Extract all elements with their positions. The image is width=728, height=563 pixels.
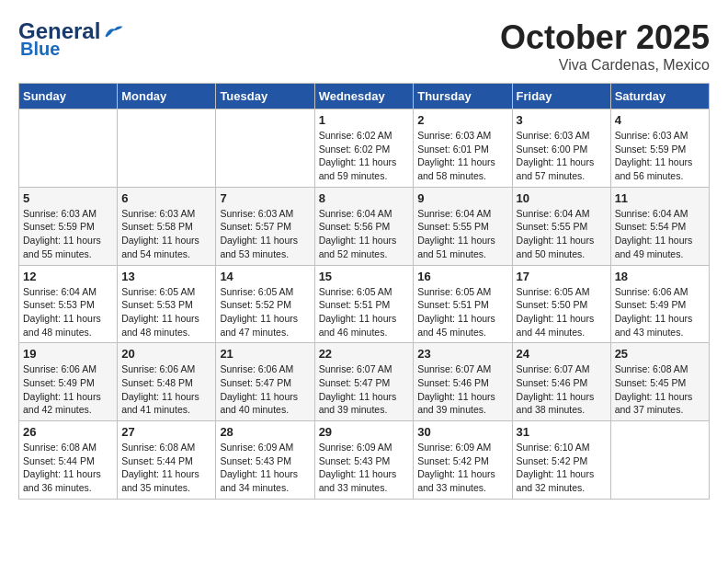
calendar-cell: 14Sunrise: 6:05 AMSunset: 5:52 PMDayligh… (216, 265, 314, 343)
header-cell-sunday: Sunday (19, 84, 118, 109)
day-number: 25 (615, 347, 705, 361)
calendar-cell: 25Sunrise: 6:08 AMSunset: 5:45 PMDayligh… (610, 343, 709, 421)
day-number: 1 (319, 113, 410, 127)
day-info: Sunrise: 6:04 AMSunset: 5:54 PMDaylight:… (615, 207, 705, 261)
day-info: Sunrise: 6:08 AMSunset: 5:45 PMDaylight:… (615, 362, 705, 417)
month-title: October 2025 (500, 18, 710, 57)
day-number: 15 (319, 270, 410, 283)
calendar-cell (19, 109, 118, 188)
header: General Blue October 2025 Viva Cardenas,… (18, 18, 710, 74)
day-number: 20 (121, 347, 211, 361)
day-number: 5 (23, 191, 113, 205)
calendar-cell: 11Sunrise: 6:04 AMSunset: 5:54 PMDayligh… (610, 187, 709, 265)
week-row-4: 19Sunrise: 6:06 AMSunset: 5:49 PMDayligh… (19, 343, 710, 421)
calendar-cell: 12Sunrise: 6:04 AMSunset: 5:53 PMDayligh… (19, 265, 118, 343)
calendar-cell: 8Sunrise: 6:04 AMSunset: 5:56 PMDaylight… (314, 187, 414, 265)
calendar-cell: 28Sunrise: 6:09 AMSunset: 5:43 PMDayligh… (216, 421, 314, 500)
day-info: Sunrise: 6:09 AMSunset: 5:42 PMDaylight:… (417, 441, 507, 495)
calendar-cell: 15Sunrise: 6:05 AMSunset: 5:51 PMDayligh… (314, 265, 414, 343)
day-info: Sunrise: 6:06 AMSunset: 5:49 PMDaylight:… (23, 362, 113, 417)
header-cell-tuesday: Tuesday (216, 84, 314, 109)
day-info: Sunrise: 6:07 AMSunset: 5:46 PMDaylight:… (417, 362, 507, 417)
day-info: Sunrise: 6:03 AMSunset: 6:00 PMDaylight:… (517, 129, 607, 183)
header-cell-monday: Monday (118, 84, 216, 109)
day-info: Sunrise: 6:10 AMSunset: 5:42 PMDaylight:… (517, 441, 607, 495)
day-info: Sunrise: 6:05 AMSunset: 5:50 PMDaylight:… (517, 285, 607, 339)
calendar-cell: 16Sunrise: 6:05 AMSunset: 5:51 PMDayligh… (414, 265, 512, 343)
day-info: Sunrise: 6:03 AMSunset: 5:57 PMDaylight:… (220, 207, 310, 261)
day-info: Sunrise: 6:06 AMSunset: 5:48 PMDaylight:… (121, 362, 211, 417)
calendar-cell: 22Sunrise: 6:07 AMSunset: 5:47 PMDayligh… (314, 343, 414, 421)
logo-blue: Blue (20, 39, 60, 60)
day-number: 30 (417, 425, 507, 439)
day-number: 7 (220, 191, 310, 205)
calendar-cell: 2Sunrise: 6:03 AMSunset: 6:01 PMDaylight… (414, 109, 512, 188)
day-info: Sunrise: 6:03 AMSunset: 5:59 PMDaylight:… (23, 207, 113, 261)
day-number: 28 (220, 425, 310, 439)
day-info: Sunrise: 6:04 AMSunset: 5:55 PMDaylight:… (517, 207, 607, 261)
day-number: 2 (417, 113, 507, 127)
calendar-cell: 24Sunrise: 6:07 AMSunset: 5:46 PMDayligh… (512, 343, 610, 421)
day-number: 27 (121, 425, 211, 439)
header-cell-saturday: Saturday (610, 84, 709, 109)
day-info: Sunrise: 6:05 AMSunset: 5:51 PMDaylight:… (417, 285, 507, 339)
day-number: 23 (417, 347, 507, 361)
calendar-cell: 6Sunrise: 6:03 AMSunset: 5:58 PMDaylight… (118, 187, 216, 265)
header-cell-wednesday: Wednesday (314, 84, 414, 109)
week-row-3: 12Sunrise: 6:04 AMSunset: 5:53 PMDayligh… (19, 265, 710, 343)
day-number: 8 (319, 191, 410, 205)
calendar-cell: 5Sunrise: 6:03 AMSunset: 5:59 PMDaylight… (19, 187, 118, 265)
calendar-cell (118, 109, 216, 188)
day-number: 3 (517, 113, 607, 127)
calendar-cell: 9Sunrise: 6:04 AMSunset: 5:55 PMDaylight… (414, 187, 512, 265)
day-info: Sunrise: 6:03 AMSunset: 6:01 PMDaylight:… (417, 129, 507, 183)
calendar-cell: 30Sunrise: 6:09 AMSunset: 5:42 PMDayligh… (414, 421, 512, 500)
day-number: 19 (23, 347, 113, 361)
week-row-1: 1Sunrise: 6:02 AMSunset: 6:02 PMDaylight… (19, 109, 710, 188)
calendar-cell (216, 109, 314, 188)
day-number: 31 (517, 425, 607, 439)
day-info: Sunrise: 6:04 AMSunset: 5:53 PMDaylight:… (23, 285, 113, 339)
week-row-2: 5Sunrise: 6:03 AMSunset: 5:59 PMDaylight… (19, 187, 710, 265)
day-number: 24 (517, 347, 607, 361)
day-info: Sunrise: 6:03 AMSunset: 5:58 PMDaylight:… (121, 207, 211, 261)
location-subtitle: Viva Cardenas, Mexico (500, 57, 710, 74)
day-info: Sunrise: 6:04 AMSunset: 5:55 PMDaylight:… (417, 207, 507, 261)
day-number: 29 (319, 425, 410, 439)
day-info: Sunrise: 6:08 AMSunset: 5:44 PMDaylight:… (121, 441, 211, 495)
day-number: 14 (220, 270, 310, 283)
day-info: Sunrise: 6:03 AMSunset: 5:59 PMDaylight:… (615, 129, 705, 183)
calendar-cell: 27Sunrise: 6:08 AMSunset: 5:44 PMDayligh… (118, 421, 216, 500)
header-cell-thursday: Thursday (414, 84, 512, 109)
day-info: Sunrise: 6:05 AMSunset: 5:53 PMDaylight:… (121, 285, 211, 339)
title-area: October 2025 Viva Cardenas, Mexico (500, 18, 710, 74)
calendar-cell (610, 421, 709, 500)
calendar-cell: 20Sunrise: 6:06 AMSunset: 5:48 PMDayligh… (118, 343, 216, 421)
day-number: 18 (615, 270, 705, 283)
day-number: 22 (319, 347, 410, 361)
calendar-cell: 31Sunrise: 6:10 AMSunset: 5:42 PMDayligh… (512, 421, 610, 500)
logo: General Blue (18, 18, 124, 60)
calendar-cell: 29Sunrise: 6:09 AMSunset: 5:43 PMDayligh… (314, 421, 414, 500)
week-row-5: 26Sunrise: 6:08 AMSunset: 5:44 PMDayligh… (19, 421, 710, 500)
day-info: Sunrise: 6:09 AMSunset: 5:43 PMDaylight:… (220, 441, 310, 495)
day-number: 9 (417, 191, 507, 205)
calendar-cell: 13Sunrise: 6:05 AMSunset: 5:53 PMDayligh… (118, 265, 216, 343)
day-info: Sunrise: 6:06 AMSunset: 5:47 PMDaylight:… (220, 362, 310, 417)
day-info: Sunrise: 6:08 AMSunset: 5:44 PMDaylight:… (23, 441, 113, 495)
logo-bird-icon (104, 23, 124, 40)
calendar-cell: 18Sunrise: 6:06 AMSunset: 5:49 PMDayligh… (610, 265, 709, 343)
calendar-cell: 17Sunrise: 6:05 AMSunset: 5:50 PMDayligh… (512, 265, 610, 343)
day-number: 4 (615, 113, 705, 127)
calendar-cell: 19Sunrise: 6:06 AMSunset: 5:49 PMDayligh… (19, 343, 118, 421)
calendar-cell: 26Sunrise: 6:08 AMSunset: 5:44 PMDayligh… (19, 421, 118, 500)
calendar-cell: 7Sunrise: 6:03 AMSunset: 5:57 PMDaylight… (216, 187, 314, 265)
day-info: Sunrise: 6:05 AMSunset: 5:52 PMDaylight:… (220, 285, 310, 339)
day-number: 12 (23, 270, 113, 283)
day-info: Sunrise: 6:07 AMSunset: 5:46 PMDaylight:… (517, 362, 607, 417)
calendar-cell: 23Sunrise: 6:07 AMSunset: 5:46 PMDayligh… (414, 343, 512, 421)
day-number: 16 (417, 270, 507, 283)
day-number: 21 (220, 347, 310, 361)
calendar-cell: 10Sunrise: 6:04 AMSunset: 5:55 PMDayligh… (512, 187, 610, 265)
header-cell-friday: Friday (512, 84, 610, 109)
